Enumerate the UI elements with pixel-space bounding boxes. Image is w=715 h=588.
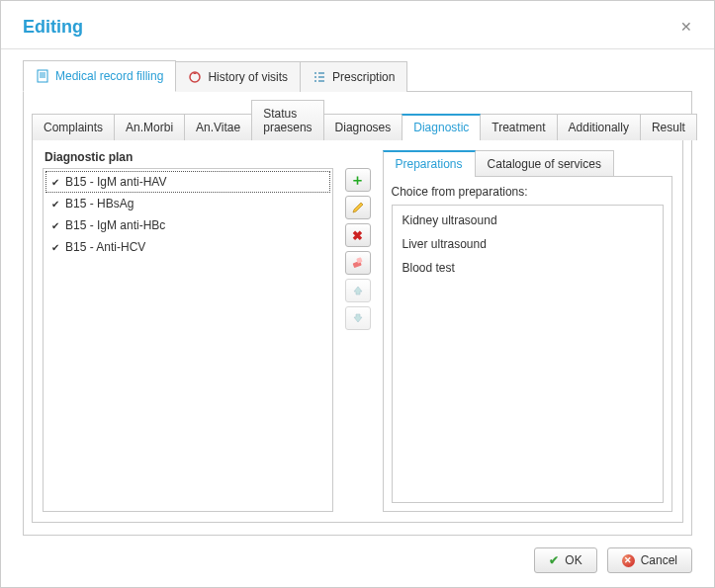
tab-label: History of visits (208, 70, 288, 84)
list-item[interactable]: Kidney ultrasound (397, 210, 660, 231)
tab-panel: Complaints An.Morbi An.Vitae Status prae… (23, 92, 692, 536)
delete-button[interactable]: ✖ (345, 223, 371, 247)
content: Medical record filling History of visits… (1, 49, 714, 536)
choice-label: Choice from preparations: (392, 185, 665, 199)
arrow-down-icon (352, 312, 364, 324)
svg-rect-0 (38, 70, 47, 82)
cancel-icon: ✕ (622, 554, 635, 567)
tab-diagnoses[interactable]: Diagnoses (323, 114, 403, 140)
check-icon: ✔ (51, 177, 59, 188)
check-icon: ✔ (549, 553, 559, 567)
svg-point-6 (314, 76, 316, 78)
check-icon: ✔ (51, 199, 59, 210)
check-icon: ✔ (51, 220, 59, 231)
move-up-button[interactable] (345, 279, 371, 302)
tab-additionally[interactable]: Additionally (557, 114, 641, 140)
tab-history[interactable]: History of visits (175, 61, 301, 92)
add-button[interactable]: ＋ (345, 168, 371, 192)
top-tabs: Medical record filling History of visits… (23, 59, 692, 92)
tab-medical-record[interactable]: Medical record filling (23, 60, 176, 92)
tab-catalogue[interactable]: Catalogue of services (475, 150, 614, 177)
list-item-label: B15 - HBsAg (65, 197, 134, 210)
svg-point-5 (314, 72, 316, 74)
cancel-button[interactable]: ✕ Cancel (607, 547, 692, 573)
document-icon (36, 69, 49, 83)
list-item[interactable]: ✔ B15 - IgM anti-HBc (45, 214, 330, 236)
diagnostic-plan-title: Diagnostic plan (43, 150, 333, 164)
tab-prescription[interactable]: Prescription (300, 61, 407, 92)
button-label: OK (565, 553, 581, 567)
delete-icon: ✖ (352, 228, 363, 243)
toolbar-column: ＋ ✖ (345, 150, 371, 512)
list-item-label: B15 - IgM anti-HAV (65, 175, 166, 189)
tab-an-morbi[interactable]: An.Morbi (114, 114, 185, 140)
tab-status-praesens[interactable]: Status praesens (251, 100, 323, 140)
list-item[interactable]: ✔ B15 - HBsAg (45, 193, 330, 214)
tab-preparations[interactable]: Preparations (383, 150, 476, 177)
list-icon (313, 70, 326, 84)
diagnostic-panel: Diagnostic plan ✔ B15 - IgM anti-HAV ✔ B… (32, 139, 683, 523)
close-icon[interactable]: ✕ (676, 15, 696, 39)
svg-point-7 (314, 80, 316, 82)
tab-label: Prescription (332, 70, 395, 84)
dialog-title: Editing (23, 17, 83, 38)
list-item-label: B15 - IgM anti-HBc (65, 218, 165, 232)
add-icon: ＋ (350, 171, 365, 190)
preparations-panel: Choice from preparations: Kidney ultraso… (383, 176, 673, 512)
preparations-list[interactable]: Kidney ultrasound Liver ultrasound Blood… (392, 205, 665, 503)
tab-label: Medical record filling (55, 69, 163, 83)
list-item[interactable]: Liver ultrasound (397, 233, 660, 255)
list-item[interactable]: ✔ B15 - IgM anti-HAV (45, 171, 330, 193)
edit-icon (351, 201, 365, 214)
sub-tabs: Preparations Catalogue of services (383, 150, 673, 177)
button-label: Cancel (641, 553, 677, 567)
list-item[interactable]: ✔ B15 - Anti-HCV (45, 236, 330, 258)
list-item-label: B15 - Anti-HCV (65, 240, 145, 254)
eraser-button[interactable] (345, 251, 371, 275)
tab-diagnostic[interactable]: Diagnostic (402, 114, 481, 140)
diagnostic-plan-list[interactable]: ✔ B15 - IgM anti-HAV ✔ B15 - HBsAg ✔ B15… (43, 168, 333, 512)
footer: ✔ OK ✕ Cancel (1, 536, 714, 587)
check-icon: ✔ (51, 242, 59, 253)
ok-button[interactable]: ✔ OK (534, 547, 596, 573)
arrow-up-icon (352, 285, 364, 296)
eraser-icon (351, 256, 365, 270)
tab-result[interactable]: Result (640, 114, 697, 140)
list-item[interactable]: Blood test (397, 257, 660, 279)
right-column: Preparations Catalogue of services Choic… (383, 150, 673, 512)
refresh-icon (188, 70, 202, 84)
titlebar: Editing ✕ (1, 1, 714, 49)
tab-an-vitae[interactable]: An.Vitae (184, 114, 252, 140)
diagnostic-plan-column: Diagnostic plan ✔ B15 - IgM anti-HAV ✔ B… (43, 150, 333, 512)
move-down-button[interactable] (345, 306, 371, 330)
tab-complaints[interactable]: Complaints (32, 114, 115, 140)
inner-tabs: Complaints An.Morbi An.Vitae Status prae… (32, 100, 683, 140)
editing-dialog: Editing ✕ Medical record filling History… (0, 0, 715, 588)
edit-button[interactable] (345, 196, 371, 219)
tab-treatment[interactable]: Treatment (480, 114, 557, 140)
